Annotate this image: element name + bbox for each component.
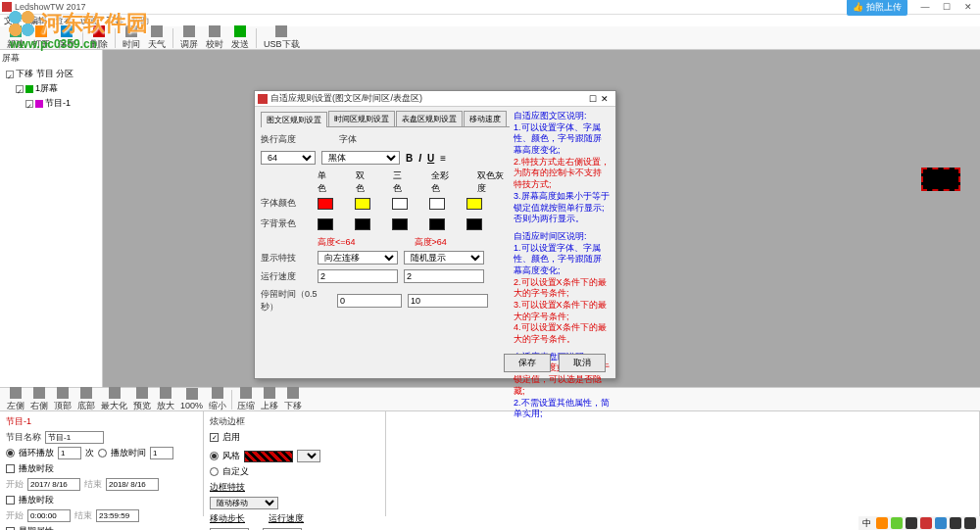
tb-open[interactable]: 打开 (29, 25, 53, 51)
color-swatch[interactable] (318, 218, 333, 230)
btb-max[interactable]: 最大化 (98, 387, 130, 412)
btb-left[interactable]: 左侧 (4, 387, 27, 412)
tb-save[interactable]: 保存 (55, 25, 78, 51)
program-panel: 节目-1 节目名称 循环播放 次 播放时间 播放时段 开始 结束 播放时段 (0, 411, 204, 516)
font-select[interactable]: 黑体 (321, 151, 400, 165)
status-icon[interactable] (891, 517, 903, 529)
btb-zoomin[interactable]: 放大 (154, 387, 177, 412)
playtime-input[interactable] (150, 447, 173, 459)
btb-zoomout[interactable]: 缩小 (206, 387, 229, 412)
checkbox-icon[interactable] (16, 85, 24, 93)
help-panel: 自适应图文区说明: 1.可以设置字体、字属性、颜色，字号跟随屏幕高度变化; 2.… (514, 111, 610, 426)
schedule-check[interactable] (6, 464, 15, 473)
bold-button[interactable]: B (406, 153, 413, 164)
tab-image-rule[interactable]: 图文区规则设置 (261, 112, 327, 127)
btb-top[interactable]: 顶部 (51, 387, 74, 412)
color-swatch[interactable] (355, 198, 370, 210)
tree-node[interactable]: 节目-1 (2, 96, 100, 111)
enable-border-check[interactable] (210, 433, 219, 442)
app-icon (2, 2, 12, 12)
color-swatch[interactable] (429, 198, 445, 210)
close-button[interactable]: ✕ (958, 2, 978, 12)
time-icon (125, 25, 137, 37)
start-date-input[interactable] (27, 478, 80, 491)
color-swatch[interactable] (429, 218, 445, 230)
checkbox-icon[interactable] (25, 100, 33, 108)
stay1-input[interactable] (337, 294, 402, 308)
dialog-maximize[interactable]: ☐ (589, 94, 597, 104)
led-preview[interactable] (921, 168, 960, 191)
right-icon (33, 387, 45, 399)
tb-delete[interactable]: 删除 (87, 25, 111, 51)
playtime-radio[interactable] (98, 449, 107, 458)
btb-zoom[interactable]: 100% (177, 388, 206, 410)
preview-icon (183, 25, 195, 37)
btb-right[interactable]: 右侧 (27, 387, 51, 412)
dialog-close-button[interactable]: ✕ (597, 94, 612, 104)
save-button[interactable]: 保存 (504, 354, 551, 372)
send-icon (234, 25, 246, 37)
stay2-input[interactable] (408, 294, 488, 308)
status-icon[interactable] (920, 517, 932, 529)
color-swatch[interactable] (466, 198, 482, 210)
weather-icon (151, 25, 163, 37)
new-icon (10, 25, 22, 37)
effect2-select[interactable]: 随机显示 (404, 251, 484, 265)
end-date-input[interactable] (106, 478, 159, 491)
btb-bottom[interactable]: 底部 (74, 387, 98, 412)
custom-radio[interactable] (210, 467, 219, 476)
height-select[interactable]: 64 (261, 151, 316, 165)
style-select[interactable]: 4 (297, 450, 320, 462)
titlebar: LedshowTW 2017 👍 拍照上传 — ☐ ✕ (0, 0, 980, 15)
color-swatch[interactable] (466, 218, 482, 230)
maximize-button[interactable]: ☐ (937, 2, 956, 12)
cancel-button[interactable]: 取消 (559, 354, 606, 372)
color-swatch[interactable] (318, 198, 333, 210)
bottom-icon (80, 387, 92, 399)
tab-dial-rule[interactable]: 表盘区规则设置 (396, 111, 463, 126)
tree-node[interactable]: 下移 节目 分区 (2, 67, 100, 81)
effect1-select[interactable]: 向左连移 (318, 251, 398, 265)
save-icon (61, 25, 73, 37)
status-icon[interactable] (935, 517, 947, 529)
loop-radio[interactable] (6, 449, 15, 458)
tb-preview[interactable]: 调屏 (177, 25, 201, 51)
color-swatch[interactable] (392, 218, 408, 230)
border-effect-select[interactable]: 随动移动 (210, 497, 278, 509)
open-icon (35, 25, 47, 37)
loop-count-input[interactable] (58, 447, 81, 459)
color-swatch[interactable] (355, 218, 370, 230)
italic-button[interactable]: I (418, 153, 421, 164)
rule-dialog: 自适应规则设置(图文区/时间区/表盘区) ☐ ✕ 图文区规则设置 时间区规则设置… (254, 90, 616, 379)
color-swatch[interactable] (392, 198, 408, 210)
tb-usb[interactable]: USB下载 (261, 25, 303, 51)
tab-time-rule[interactable]: 时间区规则设置 (328, 111, 395, 126)
tab-speed[interactable]: 移动速度 (464, 111, 507, 126)
status-icon[interactable] (876, 517, 888, 529)
tb-send[interactable]: 发送 (228, 25, 252, 51)
status-icon[interactable] (906, 517, 917, 529)
app-title: LedshowTW 2017 (15, 2, 847, 12)
upload-button[interactable]: 👍 拍照上传 (847, 0, 907, 16)
tree-node[interactable]: 1屏幕 (2, 81, 100, 96)
underline-button[interactable]: U (427, 153, 434, 164)
minimize-button[interactable]: — (915, 2, 935, 12)
node-icon (35, 100, 43, 108)
time-end-input[interactable] (96, 509, 139, 522)
tb-new[interactable]: 新建 (4, 25, 27, 51)
adjust-icon (209, 25, 220, 37)
speed2-input[interactable] (404, 269, 484, 283)
btb-play[interactable]: 预览 (130, 387, 154, 412)
status-icon[interactable] (950, 517, 961, 529)
tb-time[interactable]: 时间 (120, 25, 143, 51)
speed1-input[interactable] (318, 269, 398, 283)
time-start-input[interactable] (27, 509, 71, 522)
tb-weather[interactable]: 天气 (145, 25, 169, 51)
tb-adjust[interactable]: 校时 (203, 25, 226, 51)
checkbox-icon[interactable] (6, 71, 14, 78)
time-check[interactable] (6, 496, 15, 505)
status-icon[interactable] (964, 517, 976, 529)
align-left-icon[interactable]: ≡ (440, 153, 446, 164)
style-radio[interactable] (210, 452, 219, 460)
program-name-input[interactable] (45, 431, 104, 444)
